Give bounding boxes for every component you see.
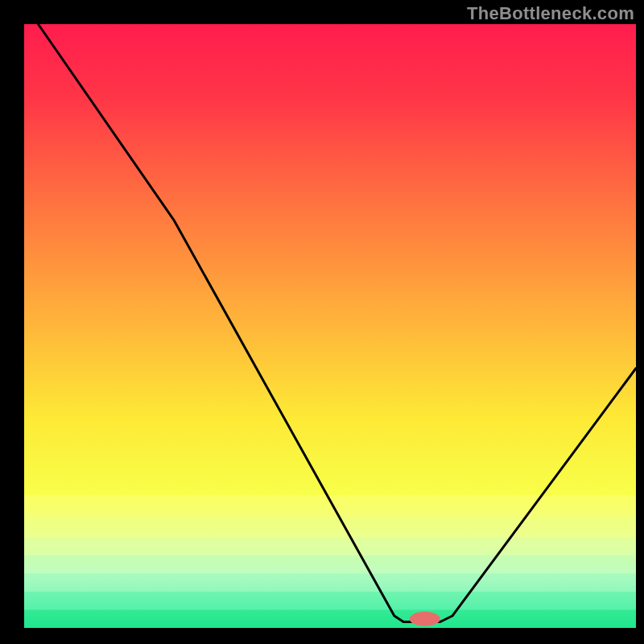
chart-band-3: [24, 555, 636, 574]
bottleneck-chart: [0, 0, 644, 644]
chart-band-4: [24, 574, 636, 592]
chart-band-1: [24, 516, 636, 537]
chart-band-5: [24, 592, 636, 610]
chart-band-6: [24, 610, 636, 629]
chart-container: TheBottleneck.com: [0, 0, 644, 644]
chart-band-2: [24, 538, 636, 556]
watermark-text: TheBottleneck.com: [467, 3, 634, 24]
optimal-marker: [410, 612, 440, 626]
